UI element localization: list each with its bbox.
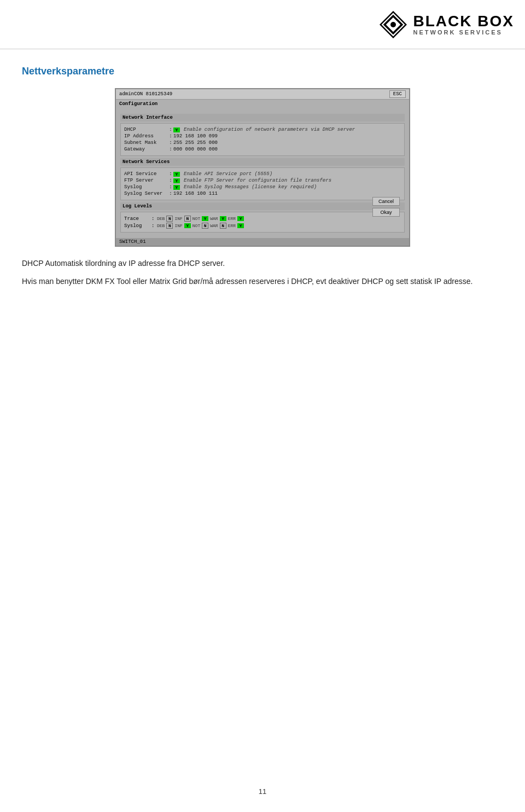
ftp-server-value: Y Enable FTP Server for configuration fi… — [173, 178, 331, 183]
api-service-desc: Enable API Service port (5555) — [184, 171, 272, 177]
ftp-server-badge: Y — [173, 178, 180, 183]
gateway-row: Gateway : 000 000 000 000 — [124, 147, 401, 152]
syslog-log-values: DEB N INF Y NOT N WAR N ERR Y — [157, 223, 244, 229]
trace-label: Trace — [124, 216, 151, 222]
body-text-2: Hvis man benytter DKM FX Tool eller Matr… — [22, 276, 503, 287]
network-interface-panel: DHCP : Y Enable configuration of network… — [120, 123, 405, 156]
screenshot-container: adminCON 810125349 ESC Configuration Net… — [22, 88, 503, 247]
log-levels-panel: Trace : DEB N INF N NOT Y WAR Y ERR — [120, 212, 405, 233]
brand-subtitle: NETWORK SERVICES — [413, 29, 503, 36]
ftp-server-label: FTP Server — [124, 178, 168, 183]
network-interface-header: Network Interface — [120, 114, 405, 121]
gateway-label: Gateway — [124, 147, 168, 152]
syslog-value: Y Enable Syslog Messages (license key re… — [173, 184, 317, 190]
trace-values: DEB N INF N NOT Y WAR Y ERR Y — [157, 216, 244, 222]
syslog-log-row: Syslog : DEB N INF Y NOT N WAR N ERR — [124, 223, 401, 229]
logo-area: BLACK BOX NETWORK SERVICES — [380, 11, 514, 38]
okay-button[interactable]: Okay — [372, 208, 400, 217]
syslog-label: Syslog — [124, 184, 168, 190]
network-services-header: Network Services — [120, 158, 405, 166]
network-services-panel: API Service : Y Enable API Service port … — [120, 167, 405, 200]
screen-title-bar: adminCON 810125349 ESC — [116, 89, 409, 100]
action-buttons: Cancel Okay — [372, 197, 400, 217]
brand-name: BLACK BOX — [413, 14, 514, 29]
config-label: Configuration — [116, 100, 409, 108]
page-heading: Nettverksparametre — [22, 66, 503, 77]
syslog-server-label: Syslog Server — [124, 191, 168, 196]
main-content: Nettverksparametre adminCON 810125349 ES… — [0, 49, 525, 310]
body-text-1: DHCP Automatisk tilordning av IP adresse… — [22, 258, 503, 269]
screen-body: Network Interface DHCP : Y Enable config… — [116, 108, 409, 238]
screen-title: adminCON 810125349 — [119, 91, 172, 97]
syslog-row: Syslog : Y Enable Syslog Messages (licen… — [124, 184, 401, 190]
page-header: BLACK BOX NETWORK SERVICES — [0, 0, 525, 49]
api-service-badge: Y — [173, 172, 180, 177]
ip-address-row: IP Address : 192 168 100 099 — [124, 134, 401, 139]
syslog-server-value: 192 168 100 111 — [173, 191, 218, 196]
svg-point-3 — [390, 22, 396, 27]
subnet-mask-value: 255 255 255 000 — [173, 140, 218, 146]
logo-text: BLACK BOX NETWORK SERVICES — [413, 14, 514, 36]
gateway-value: 000 000 000 000 — [173, 147, 218, 152]
dhcp-label: DHCP — [124, 127, 168, 132]
ftp-server-row: FTP Server : Y Enable FTP Server for con… — [124, 178, 401, 183]
dhcp-row: DHCP : Y Enable configuration of network… — [124, 127, 401, 132]
screen-simulation: adminCON 810125349 ESC Configuration Net… — [115, 88, 410, 247]
dhcp-desc: Enable configuration of network paramete… — [184, 127, 355, 132]
syslog-desc: Enable Syslog Messages (license key requ… — [184, 184, 317, 190]
cancel-button[interactable]: Cancel — [372, 197, 400, 206]
esc-button[interactable]: ESC — [389, 90, 406, 98]
ftp-server-desc: Enable FTP Server for configuration file… — [184, 178, 331, 183]
dhcp-value: Y Enable configuration of network parame… — [173, 127, 355, 132]
page-number: 11 — [259, 787, 266, 796]
syslog-log-label: Syslog — [124, 223, 151, 229]
subnet-mask-row: Subnet Mask : 255 255 255 000 — [124, 140, 401, 146]
syslog-server-row: Syslog Server : 192 168 100 111 — [124, 191, 401, 196]
screen-bottom-bar: SWITCH_01 — [116, 238, 409, 246]
logo-icon — [380, 11, 407, 38]
page-footer: 11 — [0, 787, 525, 796]
trace-log-row: Trace : DEB N INF N NOT Y WAR Y ERR — [124, 216, 401, 222]
api-service-row: API Service : Y Enable API Service port … — [124, 171, 401, 177]
api-service-label: API Service — [124, 171, 168, 177]
subnet-mask-label: Subnet Mask — [124, 140, 168, 146]
ip-address-value: 192 168 100 099 — [173, 134, 218, 139]
dhcp-badge: Y — [173, 127, 180, 132]
syslog-badge: Y — [173, 185, 180, 190]
ip-address-label: IP Address — [124, 134, 168, 139]
api-service-value: Y Enable API Service port (5555) — [173, 171, 272, 177]
log-levels-header: Log Levels — [120, 202, 405, 210]
